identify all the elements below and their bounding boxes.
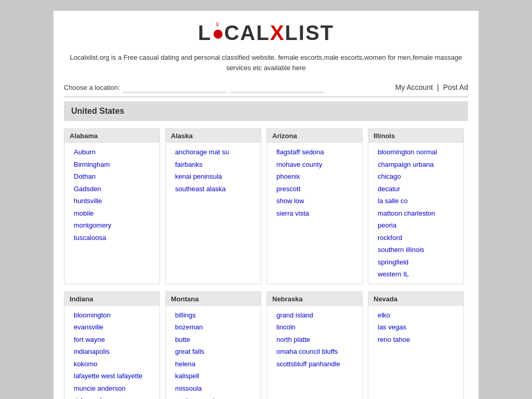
post-ad-link[interactable]: Post Ad — [443, 83, 468, 91]
city-link[interactable]: kenai peninsula — [166, 170, 261, 183]
state-links: grand islandlincolnnorth platteomaha cou… — [267, 306, 362, 374]
city-link[interactable]: Auburn — [64, 146, 159, 158]
state-column-nevada: Nevadaelkolas vegasreno tahoe — [368, 291, 464, 400]
city-link[interactable]: evansville — [64, 321, 159, 334]
toolbar: Choose a location: My Account | Post Ad — [64, 82, 468, 97]
city-link[interactable]: reno tahoe — [368, 334, 463, 346]
state-column-nebraska: Nebraskagrand islandlincolnnorth platteo… — [267, 291, 363, 400]
city-link[interactable]: kalispell — [166, 370, 261, 382]
state-column-illinois: Illinoisbloomington normalchampaign urba… — [368, 128, 464, 284]
city-link[interactable]: show low — [267, 195, 362, 207]
city-link[interactable]: great falls — [166, 345, 261, 358]
city-link[interactable]: rockford — [368, 232, 463, 244]
city-link[interactable]: fort wayne — [64, 334, 159, 346]
us-section-header: United States — [64, 101, 468, 121]
city-link[interactable]: grand island — [267, 309, 362, 322]
city-link[interactable]: Gadsden — [64, 183, 159, 195]
city-link[interactable]: Dothan — [64, 170, 159, 183]
logo: L●♀CALXLIST — [64, 21, 468, 45]
state-header: Nevada — [368, 292, 463, 306]
state-links: bloomingtonevansvillefort wayneindianapo… — [64, 306, 159, 400]
state-header: Illinois — [368, 129, 463, 143]
city-link[interactable]: lafayette west lafayette — [64, 370, 159, 382]
city-link[interactable]: phoenix — [267, 170, 362, 183]
state-column-indiana: Indianabloomingtonevansvillefort waynein… — [64, 291, 160, 400]
city-link[interactable]: butte — [166, 334, 261, 346]
state-links: billingsbozemanbuttegreat fallshelenakal… — [166, 306, 261, 400]
state-links: flagstaff sedonamohave countyphoenixpres… — [267, 143, 362, 222]
main-container: L●♀CALXLIST Localxlist.org is a Free cas… — [53, 10, 479, 399]
city-link[interactable]: bozeman — [166, 321, 261, 334]
city-link[interactable]: elko — [368, 309, 463, 322]
separator: | — [437, 83, 439, 91]
city-link[interactable]: indianapolis — [64, 345, 159, 358]
city-link[interactable]: flagstaff sedona — [267, 146, 362, 158]
state-header: Arizona — [267, 129, 362, 143]
state-header: Alabama — [64, 129, 159, 143]
tagline: Localxlist.org is a Free casual dating a… — [64, 52, 468, 73]
state-column-alabama: AlabamaAuburnBirminghamDothanGadsdenhunt… — [64, 128, 160, 284]
city-link[interactable]: la salle co — [368, 195, 463, 207]
city-link[interactable]: mohave county — [267, 158, 362, 171]
city-link[interactable]: lincoln — [267, 321, 362, 334]
city-link[interactable]: missoula — [166, 382, 261, 395]
city-link[interactable]: bloomington — [64, 309, 159, 322]
my-account-link[interactable]: My Account — [395, 83, 433, 91]
city-link[interactable]: las vegas — [368, 321, 463, 334]
state-links: bloomington normalchampaign urbanachicag… — [368, 143, 463, 284]
location-area: Choose a location: — [64, 82, 324, 92]
city-link[interactable]: southern illinois — [368, 244, 463, 256]
city-link[interactable]: Birmingham — [64, 158, 159, 171]
city-link[interactable]: bloomington normal — [368, 146, 463, 158]
city-link[interactable]: southeast alaska — [166, 183, 261, 195]
city-link[interactable]: tuscaloosa — [64, 232, 159, 244]
state-header: Montana — [166, 292, 261, 306]
city-link[interactable]: scottsbluff panhandle — [267, 358, 362, 370]
search-input[interactable] — [230, 82, 324, 92]
city-link[interactable]: anchorage mat su — [166, 146, 261, 158]
city-link[interactable]: muncie anderson — [64, 382, 159, 395]
city-link[interactable]: omaha council bluffs — [267, 345, 362, 358]
city-link[interactable]: richmond — [64, 394, 159, 399]
city-link[interactable]: peoria — [368, 219, 463, 232]
city-link[interactable]: springfield — [368, 256, 463, 269]
city-link[interactable]: western IL — [368, 268, 463, 281]
city-link[interactable]: montgomery — [64, 219, 159, 232]
city-link[interactable]: prescott — [267, 183, 362, 195]
location-label: Choose a location: — [64, 84, 120, 91]
city-link[interactable]: north platte — [267, 334, 362, 346]
city-link[interactable]: mobile — [64, 207, 159, 220]
states-grid: AlabamaAuburnBirminghamDothanGadsdenhunt… — [64, 128, 468, 399]
city-link[interactable]: billings — [166, 309, 261, 322]
state-column-alaska: Alaskaanchorage mat sufairbankskenai pen… — [165, 128, 261, 284]
logo-area: L●♀CALXLIST — [64, 21, 468, 45]
account-area: My Account | Post Ad — [395, 83, 468, 91]
city-link[interactable]: champaign urbana — [368, 158, 463, 171]
state-links: anchorage mat sufairbankskenai peninsula… — [166, 143, 261, 198]
city-link[interactable]: mattoon charleston — [368, 207, 463, 220]
city-link[interactable]: eastern montana — [166, 394, 261, 399]
city-link[interactable]: fairbanks — [166, 158, 261, 171]
state-column-montana: Montanabillingsbozemanbuttegreat fallshe… — [165, 291, 261, 400]
city-link[interactable]: kokomo — [64, 358, 159, 370]
state-links: elkolas vegasreno tahoe — [368, 306, 463, 349]
city-link[interactable]: chicago — [368, 170, 463, 183]
city-link[interactable]: helena — [166, 358, 261, 370]
state-column-arizona: Arizonaflagstaff sedonamohave countyphoe… — [267, 128, 363, 284]
state-header: Indiana — [64, 292, 159, 306]
state-links: AuburnBirminghamDothanGadsdenhuntsvillem… — [64, 143, 159, 247]
city-link[interactable]: sierra vista — [267, 207, 362, 220]
state-header: Nebraska — [267, 292, 362, 306]
city-link[interactable]: decatur — [368, 183, 463, 195]
location-input[interactable] — [123, 82, 227, 92]
state-header: Alaska — [166, 129, 261, 143]
city-link[interactable]: huntsville — [64, 195, 159, 207]
